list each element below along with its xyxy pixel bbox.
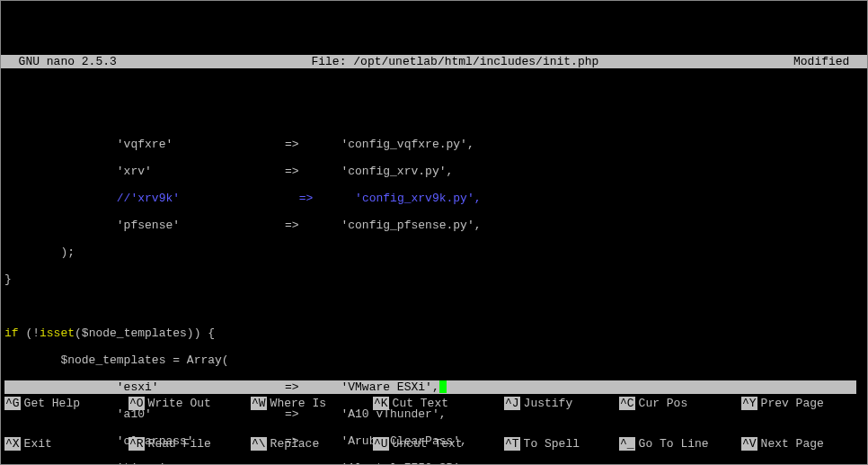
- action-label: Cut Text: [389, 397, 448, 410]
- shortcut-justify[interactable]: ^JJustify: [504, 397, 619, 410]
- action-label: Next Page: [757, 437, 824, 451]
- key-label: ^W: [251, 397, 267, 410]
- code-line: }: [4, 273, 864, 286]
- code-line: );: [4, 246, 864, 259]
- key-label: ^X: [4, 437, 21, 451]
- shortcut-to-spell[interactable]: ^TTo Spell: [504, 437, 619, 451]
- key-label: ^\: [251, 437, 267, 451]
- key-label: ^R: [128, 437, 145, 451]
- action-label: Uncut Text: [389, 437, 463, 451]
- key-label: ^G: [4, 397, 21, 410]
- key-label: ^K: [373, 397, 389, 410]
- shortcut-where-is[interactable]: ^WWhere Is: [251, 397, 373, 410]
- comment-slashes: //: [4, 192, 130, 205]
- code-line: 'vqfxre' => 'config_vqfxre.py',: [4, 138, 864, 151]
- shortcut-read-file[interactable]: ^RRead File: [128, 437, 251, 451]
- action-label: Read File: [145, 437, 211, 451]
- shortcut-replace[interactable]: ^\Replace: [251, 437, 373, 451]
- key-label: ^J: [504, 397, 520, 410]
- code-line: //'xrv9k' => 'config_xrv9k.py',: [4, 192, 864, 205]
- action-label: Where Is: [267, 397, 326, 410]
- key-label: ^C: [619, 397, 635, 410]
- app-name: GNU nano 2.5.3: [4, 55, 117, 68]
- action-label: Go To Line: [635, 437, 709, 451]
- shortcut-go-to-line[interactable]: ^_Go To Line: [619, 437, 741, 451]
- shortcut-bar: ^GGet Help ^OWrite Out ^WWhere Is ^KCut …: [1, 370, 867, 464]
- action-label: Exit: [21, 437, 52, 451]
- shortcut-cur-pos[interactable]: ^CCur Pos: [619, 397, 741, 410]
- code-line: [4, 111, 864, 124]
- shortcut-row-1: ^GGet Help ^OWrite Out ^WWhere Is ^KCut …: [4, 397, 864, 410]
- action-label: To Spell: [520, 437, 580, 451]
- code-line: if (!isset($node_templates)) {: [4, 326, 864, 340]
- title-bar: GNU nano 2.5.3 File: /opt/unetlab/html/i…: [1, 55, 867, 68]
- shortcut-row-2: ^XExit ^RRead File ^\Replace ^UUncut Tex…: [4, 437, 864, 451]
- keyword-if: if: [4, 326, 19, 340]
- file-path: File: /opt/unetlab/html/includes/init.ph…: [117, 55, 793, 68]
- key-label: ^T: [504, 437, 520, 451]
- action-label: Cur Pos: [635, 397, 688, 410]
- key-label: ^U: [373, 437, 389, 451]
- key-label: ^V: [741, 437, 757, 451]
- key-label: ^O: [128, 397, 145, 410]
- shortcut-write-out[interactable]: ^OWrite Out: [128, 397, 251, 410]
- action-label: Prev Page: [757, 397, 824, 410]
- shortcut-exit[interactable]: ^XExit: [4, 437, 128, 451]
- action-label: Get Help: [21, 397, 80, 410]
- code-line: $node_templates = Array(: [4, 353, 864, 367]
- shortcut-cut-text[interactable]: ^KCut Text: [373, 397, 504, 410]
- modified-status: Modified: [793, 55, 864, 68]
- commented-code: 'xrv9k' => 'config_xrv9k.py',: [130, 192, 481, 205]
- code-line: 'pfsense' => 'config_pfsense.py',: [4, 219, 864, 232]
- code-text: ($node_templates)) {: [75, 326, 215, 340]
- keyword-isset: isset: [40, 326, 75, 340]
- shortcut-next-page[interactable]: ^VNext Page: [741, 437, 824, 451]
- shortcut-uncut-text[interactable]: ^UUncut Text: [373, 437, 504, 451]
- action-label: Replace: [267, 437, 320, 451]
- code-line: [4, 300, 864, 313]
- code-text: (!: [19, 326, 40, 340]
- key-label: ^_: [619, 437, 635, 451]
- key-label: ^Y: [741, 397, 757, 410]
- action-label: Write Out: [145, 397, 211, 410]
- shortcut-prev-page[interactable]: ^YPrev Page: [741, 397, 824, 410]
- shortcut-get-help[interactable]: ^GGet Help: [4, 397, 128, 410]
- code-line: 'xrv' => 'config_xrv.py',: [4, 165, 864, 178]
- action-label: Justify: [520, 397, 573, 410]
